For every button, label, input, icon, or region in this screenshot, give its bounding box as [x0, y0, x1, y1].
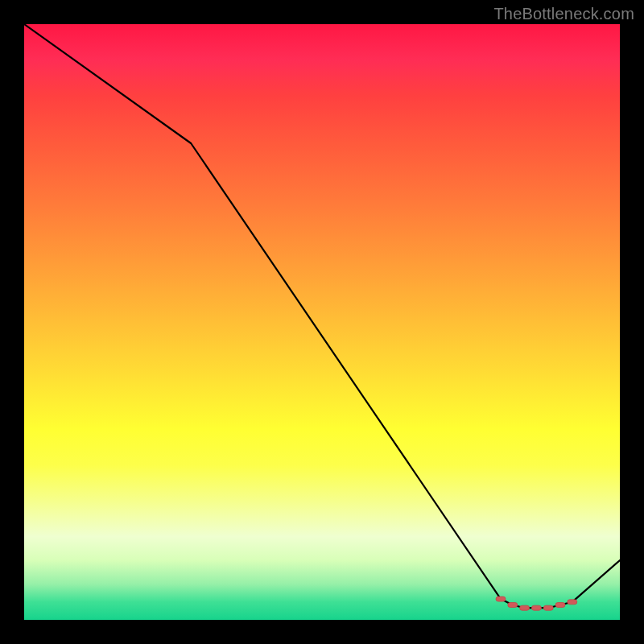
chart-container: TheBottleneck.com [0, 0, 644, 644]
optimal-marker [496, 597, 506, 601]
watermark-text: TheBottleneck.com [493, 5, 634, 23]
optimal-marker [531, 605, 541, 610]
optimal-marker [568, 600, 577, 605]
optimal-marker [543, 605, 553, 610]
optimal-marker [508, 603, 518, 608]
bottleneck-curve-line [24, 24, 620, 608]
optimal-marker [520, 605, 530, 610]
optimal-range-markers [496, 597, 577, 610]
optimal-marker [555, 603, 565, 608]
chart-overlay [24, 24, 620, 620]
series-line [24, 24, 620, 608]
